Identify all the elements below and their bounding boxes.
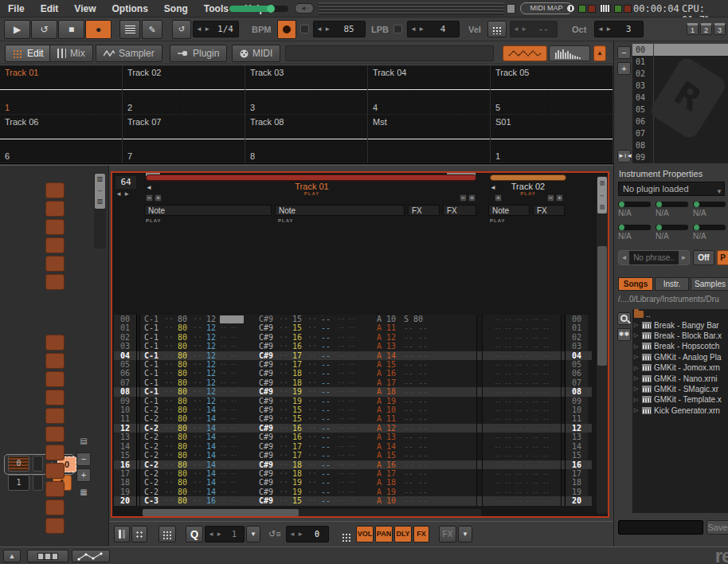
pan-column-toggle[interactable]: PAN	[375, 526, 393, 542]
track2-row-data[interactable]: -- -- -- - -- --	[482, 378, 562, 387]
panning-value[interactable]: ··	[193, 433, 206, 441]
instrument-add-button[interactable]: +	[617, 62, 631, 75]
fx-value-2[interactable]: -- --	[404, 488, 436, 496]
sequencer-slot-block[interactable]	[45, 499, 65, 515]
track2-row-data[interactable]: -- -- -- - -- --	[482, 405, 562, 414]
expand-triangle-icon[interactable]: ▷	[634, 407, 640, 413]
scope-cell-track-03[interactable]: Track 033	[245, 65, 368, 115]
delay-value[interactable]: 12	[206, 360, 220, 369]
delay-value[interactable]: 14	[206, 433, 220, 441]
note-value-2[interactable]: C#9	[259, 351, 279, 360]
panning-value[interactable]: ··	[193, 496, 206, 505]
track2-row-data[interactable]: -- -- -- - -- --	[482, 424, 562, 433]
fx-value[interactable]: A 10	[377, 496, 404, 505]
pattern-row[interactable]: 08C-1··80··12-- --C#9··19··---- --A 18--…	[114, 387, 592, 396]
instrument-value[interactable]: ··	[164, 342, 178, 351]
note-value-2[interactable]: C#9	[259, 424, 279, 433]
phrase-prev-arrow[interactable]: ◄	[619, 251, 629, 264]
metronome-button[interactable]	[277, 20, 296, 39]
panning-value-2[interactable]: ··	[307, 397, 321, 405]
instrument-value[interactable]: ··	[164, 478, 178, 487]
fx-value[interactable]: A 19	[377, 397, 404, 405]
expand-triangle-icon[interactable]: ▷	[634, 332, 640, 339]
slider-knob[interactable]	[619, 202, 624, 207]
track1-row-data[interactable]: C-1··80··12-- --C#9··18··---- --A 16-- -…	[139, 369, 477, 378]
pattern-matrix-button[interactable]	[27, 550, 68, 562]
file-browser-list[interactable]: ..▷Break - Bangy Bar▷Break - Block Bar.x…	[632, 309, 728, 513]
fx-value-2[interactable]: S 80	[404, 315, 436, 323]
sequencer-slot-block[interactable]	[45, 335, 65, 351]
instrument-value[interactable]: ··	[164, 451, 178, 460]
panning-value-2[interactable]: ··	[307, 333, 321, 342]
file-row[interactable]: ▷GMKit - Nano.xrni	[632, 373, 728, 383]
disk-path-display[interactable]: /....0/Library/Instruments/Dru	[618, 295, 728, 304]
instrument-value[interactable]: ··	[164, 351, 178, 360]
volume-value-2[interactable]: 19	[292, 478, 307, 487]
note-value-2[interactable]: C#9	[259, 323, 279, 332]
save-button[interactable]: Save	[706, 520, 728, 535]
note-value-2[interactable]: C#9	[259, 451, 279, 460]
activity-scrollbar-thumb[interactable]	[507, 4, 515, 14]
delay-value[interactable]: 12	[206, 397, 220, 405]
expand-triangle-icon[interactable]: ▷	[634, 386, 640, 392]
sequencer-slot-block[interactable]	[45, 390, 65, 405]
note-value[interactable]: C-2	[144, 488, 164, 496]
panning-value[interactable]: ··	[193, 351, 206, 360]
volume-value[interactable]: 80	[178, 360, 193, 369]
panning-value[interactable]: ··	[193, 315, 206, 323]
menu-options[interactable]: Options	[104, 3, 155, 14]
pattern-row[interactable]: 06C-1··80··12-- --C#9··18··---- --A 16--…	[114, 369, 592, 378]
delay-value-2[interactable]: --	[321, 496, 338, 505]
panning-value-2[interactable]: ··	[307, 405, 321, 414]
track2-row-data[interactable]: -- -- -- - -- --	[482, 387, 562, 396]
edit-step-button[interactable]	[119, 20, 140, 39]
track1-fx-col2-header[interactable]: FX	[443, 205, 476, 216]
disk-tab-samples[interactable]: Samples	[691, 277, 728, 291]
block-loop-button[interactable]: ↺	[172, 20, 191, 39]
panning-value-2[interactable]: ··	[307, 351, 321, 360]
delay-value-2[interactable]: --	[321, 469, 338, 478]
delay-value[interactable]: 12	[206, 342, 220, 351]
track2-row-data[interactable]: -- -- -- - -- --	[482, 451, 562, 460]
file-row[interactable]: ▷GMKit - Jomox.xrn	[632, 362, 728, 373]
track1-row-data[interactable]: C-2··80··14-- --C#9··17··---- --A 14-- -…	[139, 442, 477, 451]
note-value-2[interactable]: C#9	[259, 378, 279, 387]
automation-button[interactable]	[72, 550, 110, 562]
pattern-vscroll-thumb[interactable]	[597, 246, 607, 366]
track1-row-data[interactable]: C-2··80··14-- --C#9··16··---- --A 13-- -…	[139, 433, 477, 441]
play-button[interactable]: ▶	[4, 20, 30, 39]
slider-knob[interactable]	[694, 225, 699, 230]
fx-value[interactable]: A 10	[377, 315, 404, 323]
volume-value[interactable]: 80	[178, 496, 193, 505]
track2-row-data[interactable]: -- -- -- - -- --	[482, 433, 562, 441]
pattern-row[interactable]: 03C-1··80··12-- --C#9··16··---- --A 13--…	[114, 342, 592, 351]
fx-value-2[interactable]: -- --	[404, 460, 436, 469]
scope-cell-track-01[interactable]: Track 011	[0, 65, 123, 115]
view-preset-1[interactable]: 1	[687, 23, 699, 35]
volume-value-2[interactable]: 18	[292, 378, 307, 387]
track2-row-data[interactable]: -- -- -- - -- --	[482, 442, 562, 451]
quantize-amount-stepper[interactable]: ◄ ►1	[205, 526, 245, 542]
instrument-value[interactable]: ··	[164, 323, 178, 332]
sequence-add-button[interactable]: +	[76, 468, 91, 482]
track2-add-col-button-r[interactable]: +	[556, 194, 563, 202]
track1-fx-col1-header[interactable]: FX	[408, 205, 440, 216]
pattern-view-icons[interactable]: ▥↔▥	[597, 177, 607, 213]
delay-value[interactable]: 14	[206, 414, 220, 423]
volume-value-2[interactable]: 17	[292, 360, 307, 369]
file-row-parent[interactable]: ..	[632, 309, 728, 319]
search-button[interactable]	[617, 312, 631, 325]
volume-value[interactable]: 80	[178, 433, 193, 441]
track1-row-data[interactable]: C-2··80··14-- --C#9··19··---- --A 19-- -…	[139, 488, 477, 496]
fx-value[interactable]: A 11	[377, 414, 404, 423]
pattern-row[interactable]: 15C-2··80··14-- --C#9··17··---- --A 15--…	[114, 451, 592, 460]
note-value-2[interactable]: C#9	[259, 414, 279, 423]
note-value-2[interactable]: C#9	[259, 496, 279, 505]
track1-row-data[interactable]: C-1··80··12-- --C#9··16··---- --A 12-- -…	[139, 333, 477, 342]
pattern-row[interactable]: 09C-1··80··12-- --C#9··19··---- --A 19--…	[114, 397, 592, 405]
track2-collapse-arrow[interactable]: ◄	[490, 184, 496, 191]
fx-value-2[interactable]: -- --	[404, 496, 436, 505]
volume-value[interactable]: 80	[178, 323, 193, 332]
fx-value[interactable]: A 19	[377, 488, 404, 496]
volume-value-2[interactable]: 17	[292, 451, 307, 460]
